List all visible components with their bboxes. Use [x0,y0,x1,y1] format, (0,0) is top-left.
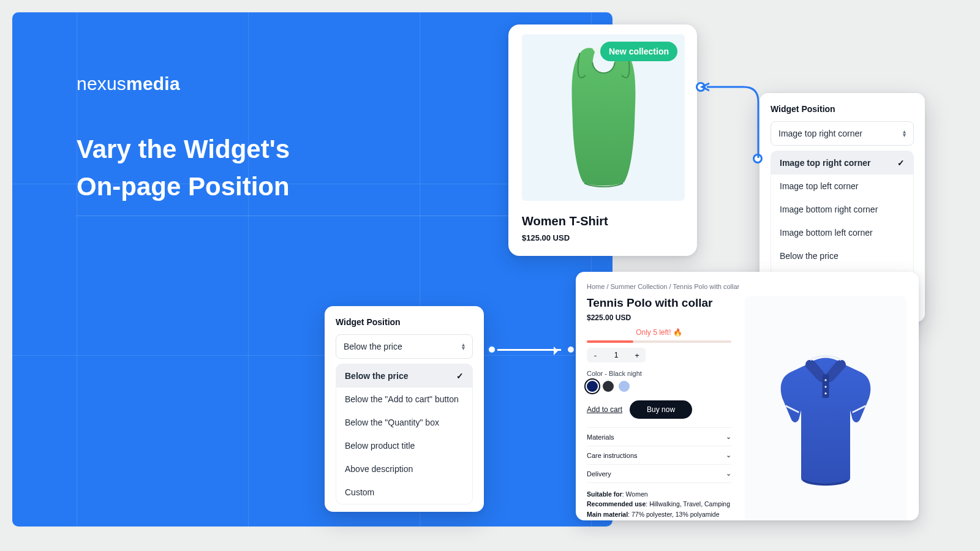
brand-logo-bold: media [126,73,180,94]
product-price: $225.00 USD [587,313,731,322]
menu-item-label: Below the "Quantity" box [345,418,439,427]
add-to-cart-link[interactable]: Add to cart [587,405,622,414]
product-title: Women T-Shirt [522,214,685,228]
product-image-area: New collection [522,34,685,201]
connector-arrow [698,83,766,163]
stock-bar [587,340,731,343]
accordion-label: Delivery [587,470,611,478]
menu-item[interactable]: Below the "Add to cart" button [336,388,472,411]
color-swatch[interactable] [603,381,614,392]
page-title: Vary the Widget's On-page Position [77,131,290,206]
accordion-row[interactable]: Delivery⌄ [587,464,731,483]
product-image-area [745,296,907,520]
accordion-label: Care instructions [587,452,638,459]
brand-logo: nexusmedia [77,73,180,94]
menu-item-label: Below the price [345,371,408,381]
chevron-down-icon: ⌄ [726,451,731,459]
qty-decrease-button[interactable]: - [587,348,604,362]
connector-dot [566,345,576,354]
select-value: Image top right corner [778,129,862,138]
accordion-row[interactable]: Care instructions⌄ [587,446,731,464]
svg-point-3 [824,392,826,394]
check-icon: ✓ [456,371,464,381]
new-collection-badge: New collection [600,42,677,61]
accordion: Materials⌄ Care instructions⌄ Delivery⌄ [587,427,731,483]
menu-item-label: Below the price [780,251,839,261]
color-swatch[interactable] [587,381,598,392]
menu-item[interactable]: Below the price ✓ [336,364,472,388]
stock-alert: Only 5 left! 🔥 [587,328,731,337]
popover-label: Widget Position [336,317,473,327]
accordion-row[interactable]: Materials⌄ [587,427,731,446]
menu-item[interactable]: Below product title [336,434,472,457]
tshirt-image [553,47,654,188]
menu-item-label: Custom [345,487,374,497]
product-title: Tennis Polo with collar [587,296,731,310]
brand-logo-light: nexus [77,73,126,94]
check-icon: ✓ [897,158,905,168]
chevron-down-icon: ⌄ [726,470,731,478]
connector-arrow [497,349,561,351]
buy-now-button[interactable]: Buy now [630,400,692,419]
product-card-tshirt: New collection Women T-Shirt $125.00 [508,24,697,256]
accordion-label: Materials [587,433,614,441]
widget-position-menu: Below the price ✓ Below the "Add to cart… [336,364,473,504]
select-value: Below the price [344,342,402,351]
menu-item-label: Above description [345,464,413,474]
menu-item[interactable]: Image bottom left corner [771,221,913,244]
polo-image [764,343,887,502]
menu-item-label: Image bottom right corner [780,204,878,214]
menu-item-label: Below product title [345,441,415,451]
menu-item[interactable]: Below the "Quantity" box [336,411,472,434]
qty-value: 1 [604,351,628,359]
color-label: Color - Black night [587,370,731,377]
svg-point-2 [824,386,826,388]
connector-dot [487,345,497,354]
menu-item[interactable]: Custom [336,481,472,504]
svg-point-1 [824,380,826,381]
select-stepper-icon: ▴▾ [903,130,906,137]
menu-item[interactable]: Below the price [771,244,913,268]
widget-position-select[interactable]: Image top right corner ▴▾ [771,121,914,146]
quantity-stepper[interactable]: - 1 + [587,348,646,362]
product-page-card: Home / Summer Collection / Tennis Polo w… [576,272,919,520]
menu-item[interactable]: Image top left corner [771,174,913,198]
menu-item[interactable]: Image top right corner ✓ [771,151,913,174]
breadcrumb: Home / Summer Collection / Tennis Polo w… [587,283,907,290]
menu-item[interactable]: Image bottom right corner [771,198,913,221]
qty-increase-button[interactable]: + [628,348,646,362]
popover-label: Widget Position [771,104,914,114]
chevron-down-icon: ⌄ [726,433,731,441]
menu-item[interactable]: Above description [336,457,472,481]
menu-item-label: Image top right corner [780,158,871,168]
select-stepper-icon: ▴▾ [462,343,465,350]
menu-item-label: Image top left corner [780,181,858,191]
color-swatch[interactable] [619,381,630,392]
widget-position-select[interactable]: Below the price ▴▾ [336,334,473,359]
color-swatches [587,381,731,392]
widget-position-popover-left: Widget Position Below the price ▴▾ Below… [325,306,484,512]
menu-item-label: Image bottom left corner [780,228,873,238]
menu-item-label: Below the "Add to cart" button [345,394,459,404]
specs-block: Suitable for: Women Recommended use: Hil… [587,489,731,520]
title-divider [77,216,560,216]
product-price: $125.00 USD [522,233,685,242]
